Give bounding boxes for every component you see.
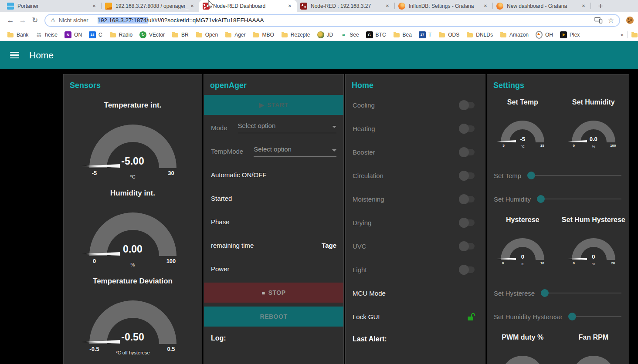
- reload-icon[interactable]: ↻: [29, 16, 41, 25]
- tempmode-select[interactable]: Select option: [254, 145, 336, 157]
- bookmark-bank[interactable]: Bank: [7, 31, 28, 38]
- tab-nodered-editor[interactable]: Node-RED : 192.168.3.27 ✕: [297, 0, 394, 12]
- gauge-max: 100: [607, 144, 619, 148]
- folder-icon: [467, 33, 473, 37]
- tab-close-icon[interactable]: ✕: [286, 3, 293, 10]
- power-row: Power: [204, 257, 343, 280]
- circle-icon: [536, 31, 543, 39]
- bookmark-t[interactable]: 17T: [419, 31, 431, 38]
- bookmark-amazon[interactable]: Amazon: [500, 31, 529, 38]
- hamburger-menu-icon[interactable]: [10, 52, 19, 59]
- tab-close-icon[interactable]: ✕: [580, 3, 587, 10]
- tab-close-icon[interactable]: ✕: [189, 3, 196, 10]
- url-text[interactable]: 192.168.3.27:1874/ui/#!/0?socketid=qMG71…: [98, 17, 589, 24]
- tab-separator: [492, 3, 493, 9]
- bookmark-oh[interactable]: OH: [536, 31, 553, 38]
- nodered-editor-favicon: [300, 3, 307, 10]
- bookmarks-bar: Bank heisecheise NON 18C Radio ↻VEctor B…: [0, 29, 638, 41]
- start-button[interactable]: ▶ START: [204, 95, 343, 115]
- tab-close-icon[interactable]: ✕: [482, 3, 489, 10]
- gauge-hysterese: 0 K 0 10: [496, 236, 549, 260]
- back-icon[interactable]: ←: [4, 16, 17, 25]
- bookmarks-separator: [627, 31, 628, 38]
- bookmark-edge-folder[interactable]: [631, 31, 638, 38]
- folder-icon: [500, 33, 506, 37]
- bookmark-radio[interactable]: Radio: [109, 31, 132, 38]
- dashboard-appbar: Home: [0, 41, 638, 69]
- bookmark-plex[interactable]: Plex: [560, 31, 580, 38]
- tab-close-icon[interactable]: ✕: [384, 3, 391, 10]
- bookmark-ager[interactable]: Ager: [225, 31, 245, 38]
- new-tab-button[interactable]: +: [594, 0, 607, 12]
- set-hysterese-slider[interactable]: [541, 289, 622, 297]
- cooling-toggle[interactable]: [460, 102, 475, 108]
- bookmark-heise[interactable]: heisecheise: [35, 31, 58, 38]
- mode-select[interactable]: Select option: [238, 122, 336, 133]
- gauge-min: 0: [85, 258, 104, 264]
- tab-influxdb-grafana[interactable]: InfluxDB: Settings - Grafana ✕: [395, 0, 492, 12]
- switch-row-cooling: Cooling: [346, 93, 485, 117]
- moistening-toggle[interactable]: [460, 196, 475, 202]
- bookmark-see[interactable]: ≈See: [340, 31, 359, 38]
- gauge-set-hum-hysterese: 0 % 0 20: [567, 236, 620, 260]
- bookmark-br[interactable]: BR: [172, 31, 189, 38]
- tab-phpmyadmin[interactable]: 192.168.3.27:8088 / openager_ ✕: [102, 0, 199, 12]
- play-icon: ▶: [259, 101, 264, 108]
- set-humidity-hysterese-slider[interactable]: [568, 312, 622, 321]
- gauge-set-humidity: 0.0 % 0 100: [567, 118, 620, 143]
- gauge-value: -5.00: [81, 155, 185, 167]
- folder-icon: [282, 33, 288, 37]
- gauge-temperature-deviation: -0.50 °C off hysterese -0.5 0.5: [81, 296, 185, 345]
- tab-portainer[interactable]: Portainer ✕: [3, 0, 101, 12]
- forward-icon[interactable]: →: [17, 16, 29, 25]
- address-bar[interactable]: ⚠ Nicht sicher 192.168.3.27:1874/ui/#!/0…: [44, 14, 620, 27]
- bookmarks-overflow-chevron[interactable]: »: [617, 31, 627, 38]
- tab-new-dashboard-grafana[interactable]: New dashboard - Grafana ✕: [493, 0, 590, 12]
- gauge-value: 0: [496, 253, 549, 260]
- bookmark-bea[interactable]: Bea: [393, 31, 412, 38]
- extension-cookie-icon[interactable]: [626, 17, 634, 24]
- gauge-value: -5: [496, 136, 549, 142]
- reboot-button[interactable]: REBOOT: [204, 307, 343, 327]
- refresh-circle-icon: ↻: [139, 31, 146, 38]
- bookmark-on[interactable]: NON: [64, 31, 82, 38]
- circulation-toggle[interactable]: [460, 172, 475, 179]
- light-toggle[interactable]: [460, 266, 475, 273]
- bookmark-jd[interactable]: JD: [317, 31, 333, 38]
- gauge-max: 20: [607, 261, 619, 265]
- gauge-value: 0.00: [81, 243, 185, 255]
- set-humidity-slider[interactable]: [537, 195, 622, 203]
- bookmark-ods[interactable]: ODS: [438, 31, 459, 38]
- phase-row: Phase: [204, 210, 343, 233]
- tab-close-icon[interactable]: ✕: [91, 3, 98, 10]
- bookmark-btc[interactable]: CBTC: [366, 31, 386, 38]
- send-to-devices-icon[interactable]: [594, 17, 603, 24]
- uvc-toggle[interactable]: [460, 243, 475, 249]
- gauge-title: PWM duty %: [487, 334, 558, 341]
- stop-button[interactable]: ■ STOP: [204, 283, 343, 303]
- bookmark-vector[interactable]: ↻VEctor: [139, 31, 165, 38]
- slider-row-set-temp: Set Temp: [487, 164, 629, 187]
- bookmark-dnlds[interactable]: DNLDs: [466, 31, 493, 38]
- not-secure-warning-icon[interactable]: ⚠: [51, 17, 56, 24]
- slider-knob: [541, 289, 549, 297]
- gauge-arc: [496, 354, 549, 364]
- drying-toggle[interactable]: [460, 219, 475, 226]
- bookmark-star-icon[interactable]: ☆: [608, 16, 614, 24]
- chevron-down-icon: [332, 126, 336, 128]
- set-temp-slider[interactable]: [527, 171, 622, 180]
- bookmark-open[interactable]: Open: [196, 31, 218, 38]
- unlock-icon[interactable]: [467, 312, 475, 321]
- tab-separator: [101, 3, 102, 9]
- gauge-title: Set Humidity: [558, 98, 629, 106]
- grafana-favicon: [398, 3, 405, 10]
- last-alert-label: Last Alert:: [346, 328, 485, 345]
- booster-toggle[interactable]: [460, 149, 475, 155]
- stop-icon: ■: [261, 290, 265, 296]
- bookmark-mbo[interactable]: MBO: [252, 31, 274, 38]
- url-selected-text: 192.168.3.27:1874/: [98, 17, 148, 24]
- bookmark-rezepte[interactable]: Rezepte: [281, 31, 310, 38]
- dashboard-page-title: Home: [29, 50, 54, 61]
- heating-toggle[interactable]: [460, 125, 475, 132]
- bookmark-c[interactable]: 18C: [89, 31, 102, 38]
